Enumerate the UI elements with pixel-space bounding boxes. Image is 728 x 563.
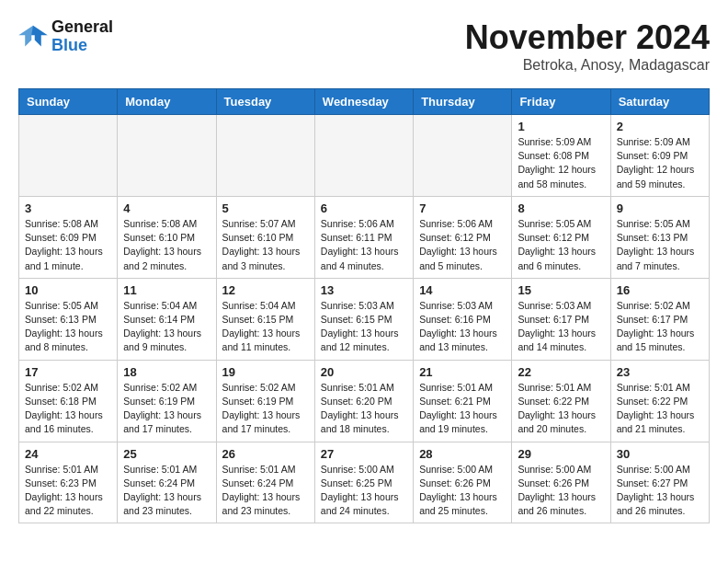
day-number: 14: [419, 283, 506, 297]
day-number: 10: [25, 283, 111, 297]
calendar-cell: 3Sunrise: 5:08 AM Sunset: 6:09 PM Daylig…: [19, 196, 118, 278]
week-row-1: 1Sunrise: 5:09 AM Sunset: 6:08 PM Daylig…: [19, 115, 710, 197]
calendar-cell: 26Sunrise: 5:01 AM Sunset: 6:24 PM Dayli…: [216, 442, 314, 523]
calendar-cell: 1Sunrise: 5:09 AM Sunset: 6:08 PM Daylig…: [512, 115, 610, 197]
day-number: 17: [25, 365, 111, 379]
day-number: 18: [123, 365, 210, 379]
calendar-cell: 24Sunrise: 5:01 AM Sunset: 6:23 PM Dayli…: [19, 442, 118, 523]
calendar-cell: 13Sunrise: 5:03 AM Sunset: 6:15 PM Dayli…: [314, 278, 413, 360]
day-number: 19: [222, 365, 309, 379]
day-number: 6: [321, 201, 407, 215]
day-info: Sunrise: 5:00 AM Sunset: 6:27 PM Dayligh…: [617, 463, 703, 519]
day-info: Sunrise: 5:03 AM Sunset: 6:16 PM Dayligh…: [419, 299, 506, 355]
day-info: Sunrise: 5:01 AM Sunset: 6:24 PM Dayligh…: [222, 463, 309, 519]
day-number: 13: [321, 283, 407, 297]
week-row-4: 17Sunrise: 5:02 AM Sunset: 6:18 PM Dayli…: [19, 360, 710, 442]
day-info: Sunrise: 5:00 AM Sunset: 6:26 PM Dayligh…: [419, 463, 506, 519]
day-number: 25: [123, 447, 210, 461]
title-block: November 2024 Betroka, Anosy, Madagascar: [465, 18, 710, 74]
day-info: Sunrise: 5:05 AM Sunset: 6:13 PM Dayligh…: [25, 299, 111, 355]
weekday-header-tuesday: Tuesday: [216, 89, 314, 115]
day-number: 21: [419, 365, 506, 379]
day-info: Sunrise: 5:02 AM Sunset: 6:19 PM Dayligh…: [123, 381, 210, 437]
day-info: Sunrise: 5:02 AM Sunset: 6:19 PM Dayligh…: [222, 381, 309, 437]
calendar-cell: [118, 115, 216, 197]
day-info: Sunrise: 5:03 AM Sunset: 6:15 PM Dayligh…: [321, 299, 407, 355]
day-number: 30: [617, 447, 703, 461]
weekday-header-wednesday: Wednesday: [314, 89, 413, 115]
day-info: Sunrise: 5:01 AM Sunset: 6:24 PM Dayligh…: [123, 463, 210, 519]
day-number: 3: [25, 201, 111, 215]
day-number: 28: [419, 447, 506, 461]
logo-general: General: [51, 18, 113, 37]
calendar-cell: 22Sunrise: 5:01 AM Sunset: 6:22 PM Dayli…: [512, 360, 610, 442]
logo-icon: [18, 24, 48, 50]
calendar-cell: 30Sunrise: 5:00 AM Sunset: 6:27 PM Dayli…: [610, 442, 709, 523]
calendar-cell: 27Sunrise: 5:00 AM Sunset: 6:25 PM Dayli…: [314, 442, 413, 523]
day-number: 27: [321, 447, 407, 461]
calendar-cell: 6Sunrise: 5:06 AM Sunset: 6:11 PM Daylig…: [314, 196, 413, 278]
day-info: Sunrise: 5:01 AM Sunset: 6:22 PM Dayligh…: [518, 381, 604, 437]
svg-marker-1: [18, 26, 33, 47]
calendar-cell: 21Sunrise: 5:01 AM Sunset: 6:21 PM Dayli…: [414, 360, 512, 442]
calendar-cell: 20Sunrise: 5:01 AM Sunset: 6:20 PM Dayli…: [314, 360, 413, 442]
calendar-cell: 11Sunrise: 5:04 AM Sunset: 6:14 PM Dayli…: [118, 278, 216, 360]
day-info: Sunrise: 5:00 AM Sunset: 6:25 PM Dayligh…: [321, 463, 407, 519]
day-number: 1: [518, 120, 604, 133]
day-info: Sunrise: 5:01 AM Sunset: 6:22 PM Dayligh…: [617, 381, 703, 437]
calendar-cell: 10Sunrise: 5:05 AM Sunset: 6:13 PM Dayli…: [19, 278, 118, 360]
day-number: 20: [321, 365, 407, 379]
calendar-cell: 17Sunrise: 5:02 AM Sunset: 6:18 PM Dayli…: [19, 360, 118, 442]
day-info: Sunrise: 5:01 AM Sunset: 6:21 PM Dayligh…: [419, 381, 506, 437]
calendar-cell: 8Sunrise: 5:05 AM Sunset: 6:12 PM Daylig…: [512, 196, 610, 278]
day-number: 2: [617, 120, 703, 133]
week-row-3: 10Sunrise: 5:05 AM Sunset: 6:13 PM Dayli…: [19, 278, 710, 360]
location: Betroka, Anosy, Madagascar: [465, 57, 710, 74]
calendar-cell: 23Sunrise: 5:01 AM Sunset: 6:22 PM Dayli…: [610, 360, 709, 442]
weekday-header-sunday: Sunday: [19, 89, 118, 115]
calendar-cell: 4Sunrise: 5:08 AM Sunset: 6:10 PM Daylig…: [118, 196, 216, 278]
day-info: Sunrise: 5:07 AM Sunset: 6:10 PM Dayligh…: [222, 217, 309, 273]
weekday-header-thursday: Thursday: [414, 89, 512, 115]
weekday-header-monday: Monday: [118, 89, 216, 115]
weekday-header-saturday: Saturday: [610, 89, 709, 115]
weekday-header-row: SundayMondayTuesdayWednesdayThursdayFrid…: [19, 89, 710, 115]
day-number: 12: [222, 283, 309, 297]
day-info: Sunrise: 5:09 AM Sunset: 6:08 PM Dayligh…: [518, 135, 604, 191]
calendar-table: SundayMondayTuesdayWednesdayThursdayFrid…: [18, 88, 710, 523]
week-row-2: 3Sunrise: 5:08 AM Sunset: 6:09 PM Daylig…: [19, 196, 710, 278]
calendar-cell: 28Sunrise: 5:00 AM Sunset: 6:26 PM Dayli…: [414, 442, 512, 523]
day-info: Sunrise: 5:02 AM Sunset: 6:18 PM Dayligh…: [25, 381, 111, 437]
day-number: 7: [419, 201, 506, 215]
calendar-cell: 16Sunrise: 5:02 AM Sunset: 6:17 PM Dayli…: [610, 278, 709, 360]
logo: General Blue: [18, 18, 113, 55]
day-info: Sunrise: 5:08 AM Sunset: 6:09 PM Dayligh…: [25, 217, 111, 273]
day-number: 22: [518, 365, 604, 379]
calendar-cell: [216, 115, 314, 197]
day-number: 9: [617, 201, 703, 215]
day-info: Sunrise: 5:04 AM Sunset: 6:15 PM Dayligh…: [222, 299, 309, 355]
day-number: 16: [617, 283, 703, 297]
day-info: Sunrise: 5:02 AM Sunset: 6:17 PM Dayligh…: [617, 299, 703, 355]
calendar-cell: 9Sunrise: 5:05 AM Sunset: 6:13 PM Daylig…: [610, 196, 709, 278]
week-row-5: 24Sunrise: 5:01 AM Sunset: 6:23 PM Dayli…: [19, 442, 710, 523]
month-title: November 2024: [465, 18, 710, 57]
calendar-cell: 7Sunrise: 5:06 AM Sunset: 6:12 PM Daylig…: [414, 196, 512, 278]
day-info: Sunrise: 5:09 AM Sunset: 6:09 PM Dayligh…: [617, 135, 703, 191]
weekday-header-friday: Friday: [512, 89, 610, 115]
day-number: 11: [123, 283, 210, 297]
calendar-cell: 29Sunrise: 5:00 AM Sunset: 6:26 PM Dayli…: [512, 442, 610, 523]
day-number: 26: [222, 447, 309, 461]
day-info: Sunrise: 5:05 AM Sunset: 6:13 PM Dayligh…: [617, 217, 703, 273]
calendar-cell: 19Sunrise: 5:02 AM Sunset: 6:19 PM Dayli…: [216, 360, 314, 442]
calendar-cell: 5Sunrise: 5:07 AM Sunset: 6:10 PM Daylig…: [216, 196, 314, 278]
day-number: 15: [518, 283, 604, 297]
calendar-cell: 25Sunrise: 5:01 AM Sunset: 6:24 PM Dayli…: [118, 442, 216, 523]
day-info: Sunrise: 5:03 AM Sunset: 6:17 PM Dayligh…: [518, 299, 604, 355]
calendar-cell: 14Sunrise: 5:03 AM Sunset: 6:16 PM Dayli…: [414, 278, 512, 360]
calendar-cell: 2Sunrise: 5:09 AM Sunset: 6:09 PM Daylig…: [610, 115, 709, 197]
day-info: Sunrise: 5:01 AM Sunset: 6:20 PM Dayligh…: [321, 381, 407, 437]
calendar-cell: [19, 115, 118, 197]
calendar-cell: 12Sunrise: 5:04 AM Sunset: 6:15 PM Dayli…: [216, 278, 314, 360]
logo-blue: Blue: [51, 37, 113, 55]
